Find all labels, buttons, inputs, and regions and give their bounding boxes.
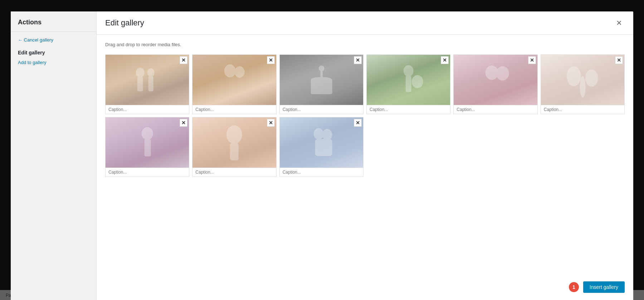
svg-point-22 — [313, 128, 323, 140]
add-to-gallery-link[interactable]: Add to gallery — [18, 60, 47, 65]
gallery-item: ✕ — [541, 54, 625, 114]
caption-input[interactable] — [541, 105, 624, 114]
remove-item-button[interactable]: ✕ — [528, 56, 536, 64]
modal-close-button[interactable]: ✕ — [613, 17, 625, 29]
cancel-gallery-link[interactable]: ← Cancel gallery — [18, 37, 89, 43]
svg-point-14 — [496, 66, 509, 81]
photo-wrapper: ✕ — [541, 55, 624, 105]
gallery-item: ✕ — [366, 54, 450, 114]
photo-wrapper: ✕ — [106, 55, 189, 105]
photo-wrapper: ✕ — [192, 55, 276, 105]
gallery-area: Drag and drop to reorder media files. ✕✕… — [97, 35, 633, 300]
remove-item-button[interactable]: ✕ — [180, 56, 187, 64]
gallery-item: ✕ — [192, 117, 276, 177]
remove-item-button[interactable]: ✕ — [615, 56, 623, 64]
edit-gallery-modal: Actions ← Cancel gallery Edit gallery Ad… — [11, 11, 633, 300]
photo-wrapper: ✕ — [192, 117, 276, 168]
svg-rect-3 — [148, 76, 153, 91]
svg-rect-11 — [406, 76, 411, 92]
caption-input[interactable] — [106, 105, 189, 114]
caption-input[interactable] — [280, 105, 363, 114]
edit-gallery-sidebar-title: Edit gallery — [18, 50, 89, 55]
photo-wrapper: ✕ — [367, 55, 450, 105]
remove-item-button[interactable]: ✕ — [354, 56, 362, 64]
modal-title: Edit gallery — [105, 18, 144, 28]
photo-wrapper: ✕ — [280, 55, 363, 105]
insert-gallery-button[interactable]: Insert gallery — [583, 281, 625, 293]
caption-input[interactable] — [280, 168, 363, 176]
remove-item-button[interactable]: ✕ — [354, 119, 362, 127]
gallery-item: ✕ — [279, 117, 364, 177]
photo-wrapper: ✕ — [454, 55, 537, 105]
svg-rect-19 — [145, 139, 151, 156]
modal-sidebar: Actions ← Cancel gallery Edit gallery Ad… — [11, 11, 97, 300]
svg-rect-1 — [137, 77, 143, 91]
svg-point-16 — [566, 66, 581, 86]
svg-point-5 — [235, 66, 245, 78]
gallery-item: ✕ — [192, 54, 276, 114]
remove-item-button[interactable]: ✕ — [180, 119, 187, 127]
caption-input[interactable] — [367, 105, 450, 114]
svg-point-9 — [318, 66, 324, 71]
drag-hint-text: Drag and drop to reorder media files. — [105, 42, 625, 47]
gallery-item: ✕ — [105, 117, 189, 177]
actions-title: Actions — [11, 19, 96, 32]
svg-point-18 — [142, 127, 153, 140]
remove-item-button[interactable]: ✕ — [267, 56, 275, 64]
svg-rect-21 — [230, 143, 239, 160]
svg-point-12 — [412, 75, 423, 88]
remove-item-button[interactable]: ✕ — [441, 56, 449, 64]
svg-point-15 — [580, 76, 585, 98]
photo-wrapper: ✕ — [106, 117, 189, 168]
caption-input[interactable] — [192, 168, 276, 176]
gallery-grid: ✕✕✕✕✕✕✕✕✕ — [105, 54, 625, 177]
gallery-item: ✕ — [105, 54, 189, 114]
modal-footer: 1 Insert gallery — [569, 281, 625, 293]
gallery-item: ✕ — [453, 54, 537, 114]
modal-header: Edit gallery ✕ — [97, 11, 633, 35]
caption-input[interactable] — [106, 168, 189, 176]
remove-item-button[interactable]: ✕ — [267, 119, 275, 127]
svg-rect-24 — [315, 139, 332, 156]
gallery-item: ✕ — [279, 54, 364, 114]
svg-point-23 — [322, 129, 332, 140]
svg-point-4 — [224, 64, 236, 77]
svg-point-20 — [226, 125, 242, 144]
svg-point-0 — [136, 68, 145, 78]
modal-main: Edit gallery ✕ Drag and drop to reorder … — [97, 11, 633, 300]
sidebar-navigation: ← Cancel gallery Edit gallery Add to gal… — [11, 32, 96, 71]
caption-input[interactable] — [454, 105, 537, 114]
svg-point-2 — [147, 68, 155, 77]
item-count-badge: 1 — [569, 282, 579, 292]
svg-point-17 — [585, 69, 598, 87]
caption-input[interactable] — [192, 105, 276, 114]
svg-point-10 — [404, 65, 414, 77]
photo-wrapper: ✕ — [280, 117, 363, 168]
